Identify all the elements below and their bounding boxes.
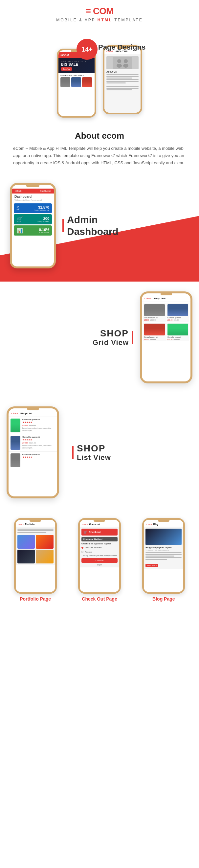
shop-list-header-bar: < Back Shop List [8, 410, 57, 417]
checkout-login-link[interactable]: Login [81, 564, 118, 566]
portfolio-img-1[interactable] [18, 535, 35, 549]
grid-product-3[interactable]: Convallis quam sit £90.00 £125.00 [143, 322, 166, 341]
hero-banner: NEW PRODUCT 2015 BIG SALE Shop Now [59, 58, 95, 73]
sales-label: Today's Sales [37, 220, 49, 222]
conversion-label: Conversion [39, 231, 49, 234]
checkout-option-register[interactable]: Register [81, 550, 118, 554]
hero-section: 14+ Page Designs ≡COM 👤 NEW PRODUCT 2015… [0, 26, 199, 124]
red-accent-bar-right [132, 331, 133, 344]
shop-list-back-btn[interactable]: < Back [11, 412, 19, 414]
shop-logo: ≡COM [60, 54, 69, 57]
shop-list-label-inner: SHOP List View [72, 443, 192, 462]
list-product-1[interactable]: Convallis quam sit ★★★★★ £90.00 £120.00 … [8, 417, 57, 434]
checkout-cart-icon: 🛒 [84, 530, 87, 534]
grid-product-img-2 [167, 304, 188, 316]
grid-product-4[interactable]: Convallis quam sit £90.00 £120.00 [166, 322, 189, 341]
red-accent-bar [62, 219, 64, 232]
radio-register[interactable] [81, 551, 84, 553]
list-product-2[interactable]: Convallis quam sit ★★★★★ £90.00 £120.00 … [8, 434, 57, 452]
red-accent-bar-list [72, 446, 73, 459]
html-highlight: HTML [98, 18, 112, 22]
shop-list-label: SHOP List View [66, 443, 192, 462]
grid-product-2[interactable]: Convallis quam sit £60.00 £53.00 [166, 303, 189, 322]
screen-shop: ≡COM 👤 NEW PRODUCT 2015 BIG SALE Shop No… [59, 52, 95, 118]
checkout-banner-label: Checkout [89, 531, 100, 533]
list-img-1 [10, 418, 20, 432]
checkout-phone: < Back Check out 🛒 Checkout Checkout Met… [78, 518, 121, 594]
conversion-value: 0.16% [39, 228, 49, 231]
admin-line1: Admin [67, 214, 119, 226]
list-price-2: £90.00 £120.00 [22, 442, 55, 444]
portfolio-text-lines [18, 529, 54, 533]
svg-rect-0 [113, 57, 132, 69]
grid-product-price-2: £60.00 £53.00 [167, 319, 188, 321]
revenue-value: 31,570 [34, 205, 49, 209]
list-label-line2: List View [77, 454, 111, 462]
checkout-back-btn[interactable]: < Back [82, 523, 88, 525]
grid-product-1[interactable]: Convallis quam sit £90.00 £125.00 [143, 303, 166, 322]
portfolio-phone: < Back Portfolio [14, 518, 57, 594]
blog-post-meta: 13 February 2015 • 4 comments [145, 549, 181, 551]
btl-2 [145, 554, 181, 555]
checkout-banner: 🛒 Checkout [81, 529, 118, 535]
radio-guest[interactable] [81, 547, 84, 549]
shop-grid-inner: SHOP Grid View < Back Shop Grid [0, 282, 199, 397]
checkout-header-bar: < Back Check out [80, 522, 119, 527]
list-product-3[interactable]: Convallis quam sit ★★★★★ [8, 452, 57, 469]
shop-grid-phone: < Back Shop Grid Convallis quam sit £90.… [140, 291, 192, 383]
portfolio-img-3[interactable] [18, 550, 35, 563]
shop-now-btn[interactable]: Shop Now [61, 67, 72, 71]
list-desc-1: Lorem ipsum dolor sit amet, consectetur … [22, 427, 55, 432]
thumb-item-2 [71, 77, 81, 87]
list-price-1: £90.00 £120.00 [22, 425, 55, 427]
checkout-option-guest[interactable]: Checkout as Guest [81, 546, 118, 549]
portfolio-back-btn[interactable]: < Back [18, 523, 24, 525]
page-designs-label: Page Designs [98, 43, 145, 52]
text-line-8 [106, 88, 139, 89]
blog-header-bar: < Back Blog [144, 522, 183, 527]
portfolio-grid [18, 535, 54, 563]
shop-list-section: < Back Shop List Convallis quam sit ★★★★… [0, 397, 199, 508]
portfolio-img-4[interactable] [36, 550, 54, 563]
portfolio-title: Portfolio [25, 523, 34, 525]
grid-product-price-4: £90.00 £120.00 [167, 338, 188, 340]
portfolio-header-bar: < Back Portfolio [16, 522, 55, 527]
shop-grid-screen: < Back Shop Grid Convallis quam sit £90.… [142, 296, 191, 343]
portfolio-content [16, 527, 55, 565]
grid-product-img-1 [144, 304, 165, 316]
about-title: About ecom [13, 131, 186, 141]
grid-product-name-4: Convallis quam sit [167, 336, 188, 338]
discover-label: SHOP AND DISCOVER [59, 73, 95, 77]
ptl-2 [18, 530, 54, 531]
blog-back-btn[interactable]: < Back [146, 523, 152, 525]
text-line-1 [106, 74, 139, 75]
dash-back-btn[interactable]: < Back [14, 190, 22, 192]
shop-grid-title: Shop Grid [154, 297, 166, 300]
grid-product-img-4 [167, 323, 188, 335]
checkout-continue-btn[interactable]: Continue [81, 558, 118, 563]
list-name-3: Convallis quam sit [22, 454, 55, 455]
portfolio-img-2[interactable] [36, 535, 54, 549]
btl-1 [145, 552, 181, 553]
svg-point-1 [117, 59, 121, 63]
admin-dashboard-section: < Back Dashboard Dashboard Welcome to Ec… [0, 173, 199, 282]
blog-text-lines [145, 552, 181, 560]
big-sale-label: BIG SALE [61, 62, 92, 66]
cart-icon: 🛒 [16, 216, 23, 222]
list-info-3: Convallis quam sit ★★★★★ [22, 454, 55, 459]
admin-line2: Dashboard [67, 226, 119, 238]
grid-product-price-1: £90.00 £125.00 [144, 319, 165, 321]
blog-content: Blog aticipe post tagved 13 February 201… [144, 527, 183, 569]
svg-point-2 [117, 64, 122, 68]
dash-card-conversion: 📊 0.16% Conversion [14, 225, 52, 236]
shop-list-text-block: SHOP List View [77, 443, 111, 462]
admin-label-text: Admin Dashboard [62, 214, 189, 238]
chart-icon: 📊 [16, 227, 23, 234]
shop-grid-back-btn[interactable]: < Back [144, 297, 152, 300]
checkout-option2-label: Register [85, 551, 92, 553]
shop-grid-label-inner: SHOP Grid View [7, 329, 133, 347]
admin-phone-wrapper: < Back Dashboard Dashboard Welcome to Ec… [10, 183, 56, 269]
dash-card-conversion-info: 0.16% Conversion [39, 228, 49, 234]
blog-read-more-btn[interactable]: Read More » [145, 564, 158, 567]
header-section: ≡ COM MOBILE & APP HTML TEMPLATE [0, 0, 199, 26]
